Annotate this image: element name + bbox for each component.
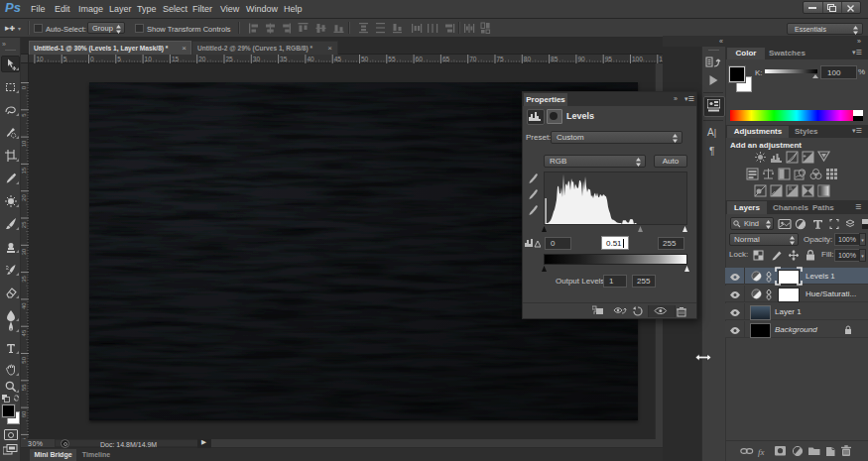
svg-text:15: 15 (21, 167, 27, 173)
svg-text:40: 40 (21, 302, 27, 309)
svg-text:fx: fx (758, 447, 765, 457)
svg-text:55: 55 (21, 384, 27, 391)
svg-text:0: 0 (90, 56, 94, 62)
svg-text:20: 20 (21, 194, 27, 201)
svg-text:35: 35 (21, 275, 27, 282)
svg-text:30: 30 (21, 248, 27, 255)
svg-text:25: 25 (21, 221, 27, 228)
svg-text:5: 5 (117, 56, 121, 62)
svg-text:0: 0 (21, 85, 27, 89)
svg-text:5: 5 (21, 113, 27, 117)
svg-text:45: 45 (21, 329, 27, 336)
svg-text:60: 60 (21, 410, 27, 417)
svg-text:100: 100 (632, 56, 643, 62)
svg-text:5: 5 (63, 56, 67, 62)
svg-text:10: 10 (21, 140, 27, 147)
svg-text:50: 50 (21, 356, 27, 363)
